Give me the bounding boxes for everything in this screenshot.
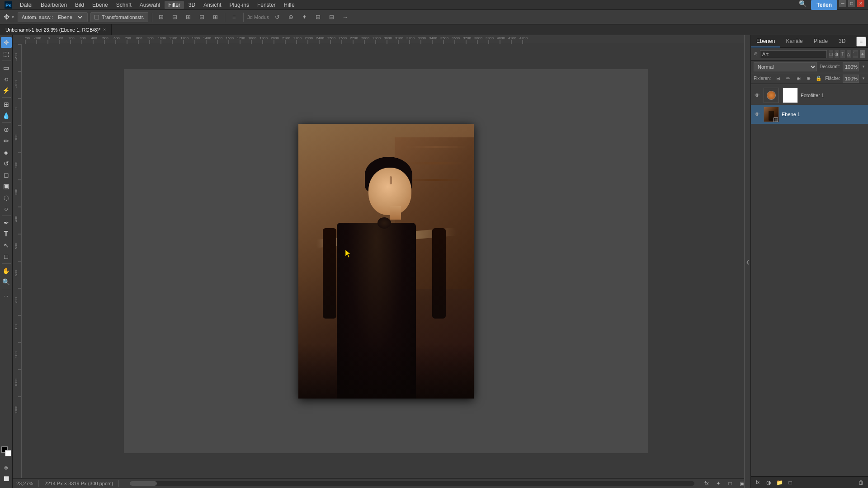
- path-select-tool[interactable]: ↖: [1, 240, 12, 251]
- hand-tool[interactable]: ✋: [1, 265, 12, 276]
- menu-bearbeiten[interactable]: Bearbeiten: [37, 1, 71, 9]
- layer-search-input[interactable]: [760, 50, 827, 58]
- lock-artboard-btn[interactable]: ⊞: [795, 75, 802, 83]
- menu-filter[interactable]: Filter: [165, 1, 184, 9]
- menu-plugins[interactable]: Plug-ins: [226, 1, 253, 9]
- background-color[interactable]: [5, 450, 11, 456]
- 3d-icon-4[interactable]: ⊞: [312, 12, 323, 22]
- tab-3d[interactable]: 3D: [833, 35, 851, 47]
- filter-pixel-btn[interactable]: ◻: [829, 50, 833, 58]
- new-layer-btn[interactable]: □: [785, 478, 795, 488]
- 3d-icon-1[interactable]: ↺: [272, 12, 283, 22]
- zoom-tool[interactable]: 🔍: [1, 277, 12, 287]
- menu-3d[interactable]: 3D: [185, 1, 199, 9]
- healing-brush-tool[interactable]: ⊕: [1, 124, 12, 135]
- move-tool[interactable]: ✥: [1, 37, 12, 48]
- filter-shape-btn[interactable]: △: [847, 50, 851, 58]
- new-group-btn[interactable]: 📁: [774, 478, 784, 488]
- marquee-tool[interactable]: ▭: [1, 62, 12, 73]
- align-middle-btn[interactable]: ⊞: [210, 12, 221, 22]
- screen-mode-btn[interactable]: ⬜: [1, 473, 12, 484]
- dodge-tool[interactable]: ○: [1, 203, 12, 214]
- menu-hilfe[interactable]: Hilfe: [280, 1, 298, 9]
- lock-transparent-btn[interactable]: ⊟: [774, 75, 782, 83]
- menu-bild[interactable]: Bild: [71, 1, 88, 9]
- 3d-icon-2[interactable]: ⊕: [285, 12, 296, 22]
- text-tool[interactable]: T: [1, 229, 12, 239]
- blur-tool[interactable]: ◌: [1, 192, 12, 203]
- fill-chevron: ▼: [862, 76, 865, 80]
- align-right-btn[interactable]: ⊞: [183, 12, 194, 22]
- auto-select-btn[interactable]: Autom. ausw.: Ebene Gruppe: [18, 12, 88, 22]
- horizontal-scrollbar[interactable]: [130, 481, 694, 486]
- layer-visibility-fotofilter[interactable]: 👁: [754, 92, 761, 99]
- fill-input[interactable]: [843, 75, 859, 83]
- lock-label: Fixieren:: [754, 76, 771, 81]
- quick-select-tool[interactable]: ⚡: [1, 85, 12, 96]
- tab-ebenen[interactable]: Ebenen: [751, 35, 780, 47]
- tab-pfade[interactable]: Pfade: [808, 35, 833, 47]
- close-button[interactable]: ✕: [857, 0, 864, 7]
- filter-adj-btn[interactable]: ◑: [835, 50, 839, 58]
- share-button[interactable]: Teilen: [811, 0, 837, 10]
- brush-tool[interactable]: ✏: [1, 136, 12, 146]
- 3d-icon-5[interactable]: ⊟: [326, 12, 337, 22]
- auto-select-mode[interactable]: Ebene Gruppe: [54, 12, 84, 22]
- distribute-btn[interactable]: ≡: [229, 12, 240, 22]
- lock-position-btn[interactable]: ⊕: [805, 75, 812, 83]
- lasso-tool[interactable]: ⌾: [1, 74, 12, 84]
- new-fill-layer-btn[interactable]: ◑: [764, 478, 774, 488]
- delete-layer-btn[interactable]: 🗑: [856, 478, 866, 488]
- transform-controls-btn[interactable]: Transformationsstr.: [90, 12, 148, 22]
- filter-text-btn[interactable]: T: [840, 50, 844, 58]
- menu-fenster[interactable]: Fenster: [254, 1, 279, 9]
- filter-smartobj-btn[interactable]: ⬛: [853, 50, 858, 58]
- global-search-icon[interactable]: 🔍: [796, 0, 809, 10]
- eraser-tool[interactable]: ◻: [1, 169, 12, 180]
- quick-mask-btn[interactable]: ◎: [1, 462, 12, 473]
- extra-tools-btn[interactable]: ···: [1, 291, 12, 301]
- history-brush-tool[interactable]: ↺: [1, 158, 12, 169]
- maximize-button[interactable]: □: [848, 0, 855, 7]
- correction-layer-btn[interactable]: ✦: [713, 479, 723, 488]
- lock-all-btn[interactable]: 🔒: [815, 75, 822, 83]
- layer-item-fotofilter[interactable]: 👁 Fotofilter 1: [751, 86, 868, 105]
- fx-btn[interactable]: fx: [702, 479, 712, 488]
- filter-toggle-btn[interactable]: ●: [860, 50, 865, 58]
- tab-kanaele[interactable]: Kanäle: [780, 35, 808, 47]
- menu-ansicht[interactable]: Ansicht: [200, 1, 225, 9]
- layer-item-ebene1[interactable]: 👁 Ebene 1 ⬛: [751, 105, 868, 124]
- more-options-btn[interactable]: ···: [340, 12, 350, 22]
- menu-schrift[interactable]: Schrift: [113, 1, 135, 9]
- canvas-scroll[interactable]: [22, 44, 750, 478]
- fx-layer-btn[interactable]: fx: [753, 478, 763, 488]
- mask-btn[interactable]: □: [725, 479, 735, 488]
- gradient-tool[interactable]: ▣: [1, 181, 12, 192]
- menu-auswahl[interactable]: Auswahl: [136, 1, 164, 9]
- shape-tool[interactable]: □: [1, 251, 12, 262]
- opacity-input[interactable]: [843, 62, 859, 71]
- minimize-button[interactable]: ─: [839, 0, 846, 7]
- eyedropper-tool[interactable]: 💧: [1, 110, 12, 121]
- pen-tool[interactable]: ✒: [1, 217, 12, 228]
- align-center-btn[interactable]: ⊟: [170, 12, 180, 22]
- blend-mode-select[interactable]: Normal Auflösen Abdunkeln Multiplizieren…: [754, 62, 817, 71]
- menu-datei[interactable]: Datei: [16, 1, 36, 9]
- color-swatches[interactable]: [1, 446, 11, 456]
- clone-stamp-tool[interactable]: ◈: [1, 147, 12, 158]
- align-top-btn[interactable]: ⊟: [197, 12, 208, 22]
- panel-menu-btn[interactable]: ≡: [856, 37, 866, 47]
- align-left-btn[interactable]: ⊞: [156, 12, 167, 22]
- layer-thumbnail-fotofilter: [764, 88, 779, 103]
- lock-paint-btn[interactable]: ✏: [785, 75, 792, 83]
- crop-tool[interactable]: ⊞: [1, 99, 12, 110]
- artboard-tool[interactable]: ⬚: [1, 48, 12, 59]
- tab-close-btn[interactable]: ×: [103, 27, 106, 32]
- 3d-icon-3[interactable]: ✦: [299, 12, 310, 22]
- panel-collapse-button[interactable]: ❮: [744, 35, 750, 488]
- layer-lock-options: Fixieren: ⊟ ✏ ⊞ ⊕ 🔒 Fläche: ▼: [751, 73, 868, 84]
- layer-visibility-ebene1[interactable]: 👁: [754, 111, 761, 118]
- scrollbar-thumb[interactable]: [130, 481, 157, 486]
- document-tab[interactable]: Unbenannt-1 bei 23,3% (Ebene 1, RGB/8)* …: [0, 24, 112, 35]
- menu-ebene[interactable]: Ebene: [89, 1, 112, 9]
